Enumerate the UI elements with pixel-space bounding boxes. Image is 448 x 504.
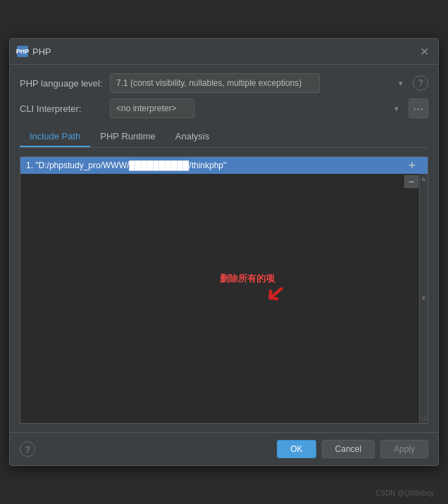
remove-item-button[interactable]: − bbox=[404, 175, 418, 188]
list-item[interactable]: 1. "D:/phpstudy_pro/WWW/██████████/think… bbox=[20, 157, 428, 174]
footer-left: ? bbox=[20, 441, 35, 457]
dialog-title: PHP bbox=[32, 46, 51, 57]
cli-interpreter-ellipsis-button[interactable]: ··· bbox=[409, 99, 428, 118]
title-bar-left: PHP PHP bbox=[17, 46, 51, 57]
cli-interpreter-select-wrap: <no interpreter> bbox=[110, 99, 403, 118]
watermark: CSDN @Qlittleboy bbox=[368, 488, 441, 500]
scrollbar: ▲ ▼ 12 bbox=[419, 174, 428, 423]
language-level-select-wrap: 7.1 (const visibility, nullables, multip… bbox=[110, 73, 407, 93]
tab-include-path[interactable]: Include Path bbox=[20, 127, 90, 147]
language-level-help-button[interactable]: ? bbox=[413, 75, 428, 91]
scroll-up-arrow[interactable]: ▲ bbox=[421, 175, 428, 182]
scroll-down-arrow[interactable]: ▼ bbox=[421, 295, 428, 302]
ok-button[interactable]: OK bbox=[277, 440, 316, 458]
language-level-row: PHP language level: 7.1 (const visibilit… bbox=[20, 73, 428, 93]
tabs: Include Path PHP Runtime Analysis bbox=[20, 127, 428, 148]
tab-analysis[interactable]: Analysis bbox=[166, 127, 219, 147]
list-item-text: 1. "D:/phpstudy_pro/WWW/██████████/think… bbox=[26, 160, 422, 170]
dialog-body: PHP language level: 7.1 (const visibilit… bbox=[10, 65, 438, 432]
language-level-label: PHP language level: bbox=[20, 78, 104, 89]
apply-button[interactable]: Apply bbox=[380, 440, 428, 458]
dialog-footer: ? OK Cancel Apply bbox=[10, 432, 438, 465]
title-bar: PHP PHP ✕ bbox=[10, 39, 438, 65]
cli-interpreter-row: CLI Interpreter: <no interpreter> ··· bbox=[20, 99, 428, 118]
tab-php-runtime[interactable]: PHP Runtime bbox=[90, 127, 166, 147]
php-app-icon: PHP bbox=[17, 46, 28, 57]
footer-help-button[interactable]: ? bbox=[20, 441, 35, 457]
include-path-list: 1. "D:/phpstudy_pro/WWW/██████████/think… bbox=[20, 156, 428, 424]
cli-interpreter-label: CLI Interpreter: bbox=[20, 103, 104, 114]
close-button[interactable]: ✕ bbox=[417, 44, 431, 58]
annotation: 删除所有的项 ➜ bbox=[209, 272, 286, 308]
footer-right: OK Cancel Apply bbox=[277, 440, 428, 458]
php-dialog: PHP PHP ✕ PHP language level: 7.1 (const… bbox=[9, 38, 439, 466]
cli-interpreter-select[interactable]: <no interpreter> bbox=[110, 99, 194, 118]
scroll-number: 12 bbox=[420, 415, 427, 422]
cancel-button[interactable]: Cancel bbox=[322, 440, 375, 458]
language-level-select[interactable]: 7.1 (const visibility, nullables, multip… bbox=[110, 73, 320, 93]
add-item-button[interactable]: + bbox=[405, 158, 418, 173]
